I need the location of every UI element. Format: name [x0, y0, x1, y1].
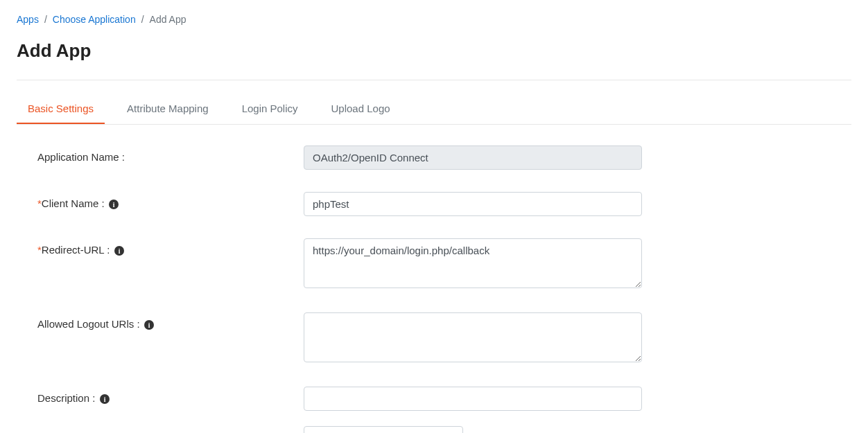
row-application-name: Application Name :: [37, 145, 831, 170]
row-redirect-url: *Redirect-URL : i https://your_domain/lo…: [37, 238, 831, 290]
info-icon[interactable]: i: [100, 394, 110, 404]
svg-text:i: i: [103, 396, 105, 403]
form-basic-settings: Application Name : *Client Name : i *Red…: [17, 145, 851, 433]
svg-text:i: i: [148, 321, 150, 329]
row-allowed-logout-urls: Allowed Logout URls : i: [37, 312, 831, 364]
label-allowed-logout-urls: Allowed Logout URls : i: [37, 312, 304, 330]
divider: [17, 80, 851, 80]
svg-text:i: i: [113, 201, 115, 209]
textarea-allowed-logout-urls[interactable]: [304, 312, 642, 362]
input-description[interactable]: [304, 387, 642, 411]
label-description: Description : i: [37, 387, 304, 404]
breadcrumb: Apps / Choose Application / Add App: [17, 14, 851, 25]
breadcrumb-separator: /: [44, 14, 47, 25]
tab-login-policy[interactable]: Login Policy: [231, 94, 309, 124]
page-title: Add App: [17, 40, 851, 62]
breadcrumb-separator: /: [141, 14, 144, 25]
svg-text:i: i: [118, 247, 120, 255]
breadcrumb-current: Add App: [150, 14, 186, 25]
info-icon[interactable]: i: [114, 246, 124, 256]
tab-basic-settings[interactable]: Basic Settings: [17, 94, 105, 124]
tab-attribute-mapping[interactable]: Attribute Mapping: [116, 94, 220, 124]
tabs: Basic Settings Attribute Mapping Login P…: [17, 94, 851, 125]
textarea-redirect-url[interactable]: https://your_domain/login.php/callback: [304, 238, 642, 288]
row-access-token-expiry: Access Token Expiry (In Hours):: [37, 426, 831, 433]
breadcrumb-link-apps[interactable]: Apps: [17, 14, 39, 25]
input-client-name[interactable]: [304, 192, 642, 216]
label-access-token-expiry: Access Token Expiry (In Hours):: [37, 426, 304, 433]
input-application-name: [304, 145, 642, 170]
label-application-name: Application Name :: [37, 145, 304, 163]
info-icon[interactable]: i: [109, 200, 119, 209]
breadcrumb-link-choose-application[interactable]: Choose Application: [53, 14, 136, 25]
input-access-token-expiry[interactable]: [304, 426, 463, 433]
info-icon[interactable]: i: [144, 320, 154, 330]
label-redirect-url: *Redirect-URL : i: [37, 238, 304, 256]
row-description: Description : i: [37, 387, 831, 411]
tab-upload-logo[interactable]: Upload Logo: [320, 94, 401, 124]
row-client-name: *Client Name : i: [37, 192, 831, 216]
label-client-name: *Client Name : i: [37, 192, 304, 209]
